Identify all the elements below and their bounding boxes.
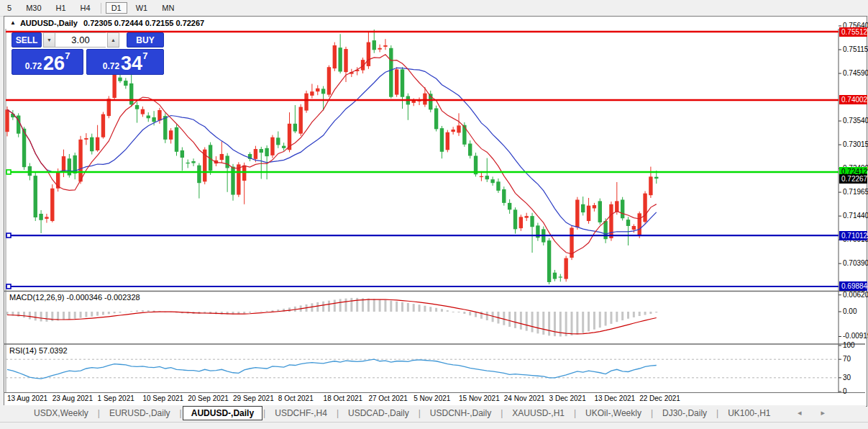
price-axis-tick: 0.73540 — [843, 117, 868, 125]
price-axis-tick: 0.75115 — [843, 45, 868, 54]
tab-separator: | — [716, 408, 718, 418]
volume-decrease-button[interactable]: ▼ — [43, 32, 55, 48]
tab-separator: | — [574, 408, 576, 418]
buy-price-sup: 7 — [142, 50, 147, 61]
chart-tab-usdchf-h4[interactable]: USDCHF-,H4 — [266, 407, 336, 420]
date-axis-label: 10 Sep 2021 — [142, 394, 183, 402]
timeframe-button-d1[interactable]: D1 — [106, 2, 127, 14]
date-axis-label: 29 Sep 2021 — [233, 394, 274, 402]
price-line-label: 0.75512 — [839, 27, 867, 37]
buy-price-small: 0.72 — [103, 61, 119, 71]
macd-axis-label: 0.006201 — [843, 291, 868, 299]
tab-separator: | — [337, 408, 339, 418]
date-axis-label: 18 Oct 2021 — [324, 394, 362, 402]
date-axis-label: 22 Dec 2021 — [639, 394, 680, 402]
sell-button[interactable]: SELL — [12, 32, 42, 48]
date-axis-label: 24 Nov 2021 — [504, 394, 545, 402]
timeframe-button-w1[interactable]: W1 — [130, 2, 154, 14]
price-axis-tick: 0.71440 — [843, 212, 868, 220]
chart-tab-ukoil-weekly[interactable]: UKOil-,Weekly — [577, 407, 650, 420]
volume-increase-button[interactable]: ▲ — [107, 32, 119, 48]
chart-tab-usdcad-daily[interactable]: USDCAD-,Daily — [339, 407, 418, 420]
tab-separator: | — [98, 408, 100, 418]
date-axis-label: 20 Sep 2021 — [188, 394, 229, 402]
date-axis-label: 15 Nov 2021 — [459, 394, 500, 402]
sell-price-small: 0.72 — [25, 61, 42, 71]
chart-tab-uk100-h1[interactable]: UK100-,H1 — [719, 407, 779, 420]
timeframe-button-5[interactable]: 5 — [1, 2, 17, 14]
timeframe-toolbar: 5M30H1H4D1W1MN — [0, 0, 868, 17]
rsi-axis-label: 100 — [843, 341, 855, 350]
macd-label: MACD(12,26,9) -0.000346 -0.002328 — [9, 293, 140, 302]
spin-up-icon: ▲ — [111, 37, 116, 42]
date-axis-label: 27 Oct 2021 — [368, 394, 407, 402]
toolbar-separator — [101, 3, 101, 14]
price-axis-tick: 0.73015 — [843, 140, 868, 149]
price-line-label: 0.71012 — [839, 231, 867, 240]
volume-input[interactable]: 3.00 — [55, 32, 106, 48]
price-axis-tick: 0.71965 — [843, 188, 868, 197]
date-axis-label: 13 Aug 2021 — [7, 394, 47, 402]
rsi-axis-label: 30 — [843, 374, 851, 382]
price-line-label: 0.69884 — [839, 281, 867, 291]
status-strip — [0, 422, 868, 429]
macd-axis-label: -0.009197 — [843, 332, 868, 340]
one-click-trade-panel: SELL ▼ 3.00 ▲ BUY 0.72 26 7 0.72 34 7 — [12, 32, 164, 75]
date-axis-label: 8 Oct 2021 — [278, 394, 314, 402]
chart-tab-xauusd-h1[interactable]: XAUUSD-,H1 — [503, 407, 573, 420]
tab-separator: | — [419, 408, 421, 418]
tab-separator: | — [263, 408, 265, 418]
buy-price-button[interactable]: 0.72 34 7 — [86, 49, 164, 75]
current-price-label: 0.72267 — [839, 174, 867, 184]
sell-price-sup: 7 — [65, 50, 70, 61]
timeframe-button-m30[interactable]: M30 — [20, 2, 47, 14]
date-axis-label: 3 Dec 2021 — [549, 394, 586, 402]
price-axis-tick: 0.70390 — [843, 259, 868, 268]
buy-button[interactable]: BUY — [127, 32, 164, 48]
buy-price-big: 34 — [121, 53, 142, 74]
mt4-terminal: { "toolbar": { "timeframes": [ {"label":… — [0, 0, 868, 429]
timeframe-button-h4[interactable]: H4 — [75, 2, 96, 14]
tab-separator: | — [501, 408, 503, 418]
rsi-axis-label: 0 — [843, 387, 847, 396]
chart-tab-dj30-daily[interactable]: DJ30-,Daily — [654, 407, 716, 420]
tab-separator: | — [651, 408, 653, 418]
spin-down-icon: ▼ — [47, 37, 52, 42]
chart-tab-audusd-daily[interactable]: AUDUSD-,Daily — [183, 406, 262, 420]
rsi-axis-label: 70 — [843, 355, 851, 363]
chart-tab-usdcnh-daily[interactable]: USDCNH-,Daily — [421, 407, 500, 420]
date-axis-label: 23 Aug 2021 — [52, 394, 93, 402]
date-axis-label: 1 Sep 2021 — [98, 394, 134, 402]
chart-tab-bar: USDX,Weekly|EURUSD-,Daily|AUDUSD-,Daily|… — [4, 405, 866, 421]
macd-axis-label: 0.00 — [843, 307, 856, 316]
tab-scroll-arrows[interactable]: ◂ ▸ — [798, 408, 833, 417]
chart-title-bar: ▲ AUDUSD-,Daily 0.72305 0.72444 0.72155 … — [5, 17, 832, 28]
price-line-label: 0.74002 — [839, 95, 867, 104]
collapse-arrow-icon[interactable]: ▲ — [10, 19, 16, 26]
sell-price-button[interactable]: 0.72 26 7 — [12, 49, 83, 75]
date-axis-label: 5 Nov 2021 — [414, 394, 450, 402]
rsi-label: RSI(14) 57.0392 — [9, 346, 68, 355]
date-axis-label: 13 Dec 2021 — [594, 394, 635, 402]
chart-tab-eurusd-daily[interactable]: EURUSD-,Daily — [101, 407, 179, 420]
timeframe-button-mn[interactable]: MN — [156, 2, 180, 14]
chart-symbol-title: AUDUSD-,Daily — [20, 19, 78, 27]
tab-separator: | — [180, 408, 182, 418]
chart-ohlc-values: 0.72305 0.72444 0.72155 0.72267 — [83, 19, 204, 27]
chart-tab-usdx-weekly[interactable]: USDX,Weekly — [25, 407, 97, 420]
timeframe-button-h1[interactable]: H1 — [50, 2, 72, 14]
price-axis-tick: 0.74590 — [843, 69, 868, 78]
sell-price-big: 26 — [43, 53, 65, 74]
